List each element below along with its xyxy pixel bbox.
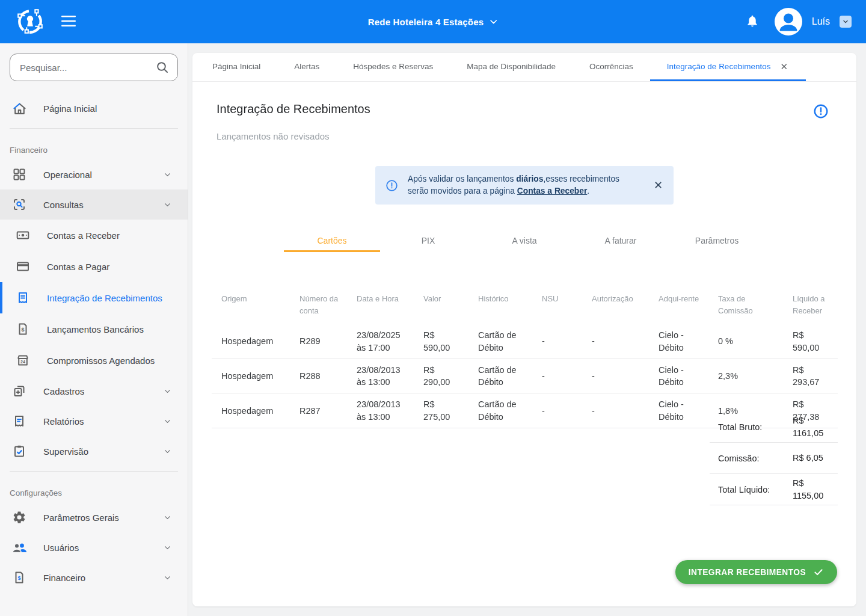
tab-alertas[interactable]: Alertas (277, 53, 336, 81)
subtab-cartoes[interactable]: Cartões (284, 230, 380, 252)
page-info-icon[interactable] (813, 103, 829, 121)
svg-text:24: 24 (20, 360, 25, 364)
alert-close-icon[interactable]: ✕ (651, 177, 665, 193)
sidebar-item-label: Compromissos Agendados (47, 356, 172, 366)
user-avatar[interactable] (775, 8, 802, 35)
tab-ocorrencias[interactable]: Ocorrências (573, 53, 650, 81)
chevron-down-icon (163, 417, 172, 426)
chevron-down-icon (163, 513, 172, 522)
document-dollar-icon: $ (15, 322, 31, 336)
sidebar-item-label: Parâmetros Gerais (43, 513, 163, 523)
svg-text:$: $ (17, 575, 20, 581)
search-icon (155, 60, 170, 77)
col-header: Líquido a Receber (793, 285, 838, 324)
total-liquido-row: Total Líquido: R$ 1155,00 (710, 474, 838, 505)
sidebar-item-label: Integração de Recebimentos (47, 293, 172, 303)
col-header: Histórico (478, 285, 542, 324)
col-header: NSU (542, 285, 592, 324)
chevron-down-icon (163, 170, 172, 179)
total-value: R$ 1161,05 (793, 414, 838, 439)
totals-summary: Total Bruto: R$ 1161,05 Comissão: R$ 6,0… (710, 411, 838, 505)
tab-hospedes-e-reservas[interactable]: Hóspedes e Reservas (336, 53, 450, 81)
user-name: Luís (812, 16, 830, 27)
subtab-parametros[interactable]: Parâmetros (669, 230, 765, 252)
sidebar-item-consultas[interactable]: Consultas (0, 189, 188, 220)
comissao-row: Comissão: R$ 6,05 (710, 443, 838, 474)
alert-text: Após validar os lançamentos diários,esse… (408, 173, 641, 197)
total-value: R$ 1155,00 (793, 477, 838, 502)
sidebar-item-relatorios[interactable]: Relatórios (0, 406, 188, 436)
sidebar-item-label: Financeiro (43, 573, 163, 583)
table-row[interactable]: Hospedagem R289 23/08/2025 às 17:00 R$ 5… (212, 324, 838, 359)
sidebar-item-contas-a-receber[interactable]: Contas a Receber (0, 220, 188, 251)
sidebar-section-configuracoes: Configurações (0, 476, 188, 502)
total-label: Total Bruto: (710, 422, 793, 432)
col-header: Origem (212, 285, 299, 324)
table-row[interactable]: Hospedagem R288 23/08/2013 às 13:00 R$ 2… (212, 359, 838, 394)
sidebar-item-usuarios[interactable]: Usuários (0, 532, 188, 562)
sidebar-item-compromissos-agendados[interactable]: 24 Compromissos Agendados (0, 345, 188, 376)
chevron-down-icon (163, 543, 172, 552)
integrate-receipts-button[interactable]: INTEGRAR RECEBIMENTOS (675, 560, 837, 584)
tab-pagina-inicial[interactable]: Página Inicial (195, 53, 277, 81)
sidebar-item-label: Página Inicial (43, 103, 172, 114)
col-header: Taxa de Comissão (718, 285, 793, 324)
divider (10, 471, 178, 472)
chevron-down-icon (163, 573, 172, 582)
col-header: Data e Hora (357, 285, 423, 324)
col-header: Autorização (592, 285, 659, 324)
receipts-table: Origem Número da conta Data e Hora Valor… (212, 285, 838, 428)
sidebar-item-label: Cadastros (43, 386, 163, 396)
sidebar-item-label: Lançamentos Bancários (47, 324, 172, 334)
tab-mapa-de-disponibilidade[interactable]: Mapa de Disponibilidade (450, 53, 573, 81)
main-content-card: Página Inicial Alertas Hóspedes e Reserv… (192, 53, 856, 606)
sidebar-item-contas-a-pagar[interactable]: Contas a Pagar (0, 251, 188, 282)
search-input[interactable] (10, 54, 178, 81)
dashboard-grid-icon (11, 167, 28, 182)
gear-icon (11, 510, 28, 525)
sidebar-item-financeiro-config[interactable]: $ Financeiro (0, 562, 188, 593)
check-icon (813, 567, 824, 578)
sidebar-item-cadastros[interactable]: Cadastros (0, 376, 188, 406)
sidebar-item-parametros-gerais[interactable]: Parâmetros Gerais (0, 502, 188, 532)
store-24h-icon: 24 (15, 353, 31, 368)
chevron-down-icon (163, 447, 172, 456)
user-menu-chevron-icon[interactable] (840, 16, 852, 28)
notifications-bell-icon[interactable] (746, 14, 759, 29)
users-icon (11, 540, 28, 555)
divider (10, 128, 178, 129)
open-tabs-bar: Página Inicial Alertas Hóspedes e Reserv… (192, 53, 856, 82)
subtab-pix[interactable]: PIX (380, 230, 476, 252)
subtab-a-vista[interactable]: A vista (476, 230, 573, 252)
contas-a-receber-link[interactable]: Contas a Receber (517, 186, 588, 196)
close-tab-icon[interactable]: ✕ (779, 61, 789, 72)
sidebar-item-label: Consultas (43, 200, 163, 210)
tab-integracao-de-recebimentos[interactable]: Integração de Recebimentos ✕ (650, 53, 806, 81)
sidebar-item-label: Usuários (43, 543, 163, 553)
total-bruto-row: Total Bruto: R$ 1161,05 (710, 411, 838, 443)
home-icon (11, 101, 28, 116)
credit-card-icon (15, 259, 31, 274)
sidebar-item-lancamentos-bancarios[interactable]: $ Lançamentos Bancários (0, 313, 188, 345)
hotel-network-selector[interactable]: Rede Hoteleira 4 Estações (368, 17, 499, 27)
sidebar-item-supervisao[interactable]: Supervisão (0, 436, 188, 466)
hotel-network-title: Rede Hoteleira 4 Estações (368, 17, 484, 27)
receipt-icon (15, 291, 31, 305)
total-label: Total Líquido: (710, 485, 793, 494)
app-logo-icon (13, 5, 47, 38)
hamburger-menu-icon[interactable] (58, 11, 79, 32)
table-header-row: Origem Número da conta Data e Hora Valor… (212, 285, 838, 324)
sidebar-item-pagina-inicial[interactable]: Página Inicial (0, 93, 188, 123)
chevron-down-icon (163, 200, 172, 209)
sidebar-item-operacional[interactable]: Operacional (0, 159, 188, 189)
info-alert: Após validar os lançamentos diários,esse… (375, 166, 674, 205)
sidebar-item-label: Relatórios (43, 416, 163, 427)
document-dollar-blue-icon: $ (11, 570, 28, 585)
subtab-a-faturar[interactable]: A faturar (573, 230, 669, 252)
sidebar-item-integracao-de-recebimentos[interactable]: Integração de Recebimentos (0, 282, 188, 313)
sidebar-item-label: Operacional (43, 170, 163, 180)
info-icon (385, 179, 398, 192)
copy-plus-icon (11, 384, 28, 398)
payment-type-subtabs: Cartões PIX A vista A faturar Parâmetros (284, 230, 765, 252)
chevron-down-icon (163, 387, 172, 396)
